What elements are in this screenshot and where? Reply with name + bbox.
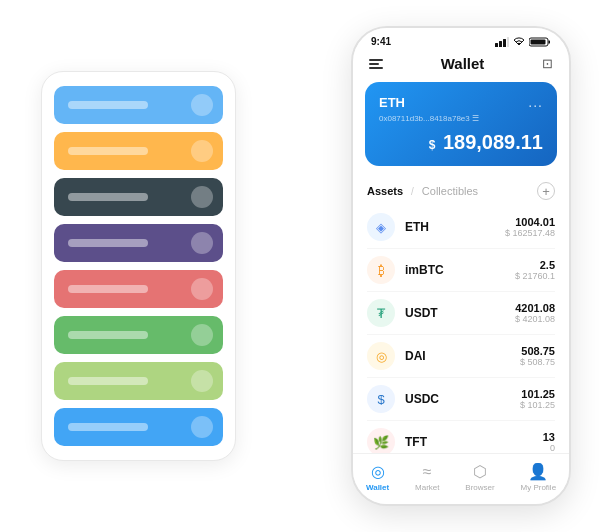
asset-usd-eth: $ 162517.48 (505, 228, 555, 238)
asset-name-dai: DAI (405, 349, 510, 363)
stack-card-text-6 (68, 377, 148, 385)
battery-icon (529, 37, 551, 47)
stack-card-icon-2 (191, 186, 213, 208)
phone-body: ETH ... 0x08711d3b...8418a78e3 ☰ $ 189,0… (353, 82, 569, 453)
eth-balance-symbol: $ (429, 138, 436, 152)
tab-collectibles[interactable]: Collectibles (422, 185, 478, 197)
svg-rect-5 (549, 40, 551, 43)
menu-icon[interactable] (369, 59, 383, 69)
add-asset-button[interactable]: + (537, 182, 555, 200)
stack-card-icon-5 (191, 324, 213, 346)
asset-icon-tft: 🌿 (367, 428, 395, 453)
stack-card-4[interactable] (54, 270, 223, 308)
eth-card[interactable]: ETH ... 0x08711d3b...8418a78e3 ☰ $ 189,0… (365, 82, 557, 166)
stack-card-icon-1 (191, 140, 213, 162)
svg-rect-1 (499, 41, 502, 47)
stack-card-7[interactable] (54, 408, 223, 446)
status-bar: 9:41 (353, 28, 569, 51)
asset-amount-value-eth: 1004.01 (505, 216, 555, 228)
stack-card-text-1 (68, 147, 148, 155)
status-icons (495, 37, 551, 47)
stack-card-1[interactable] (54, 132, 223, 170)
stack-card-5[interactable] (54, 316, 223, 354)
asset-usd-usdt: $ 4201.08 (515, 314, 555, 324)
nav-item-wallet[interactable]: ◎Wallet (366, 462, 389, 492)
tab-separator: / (411, 186, 414, 197)
phone-header: Wallet ⊡ (353, 51, 569, 82)
asset-amounts-tft: 130 (543, 431, 555, 453)
wifi-icon (513, 37, 525, 47)
signal-icon (495, 37, 509, 47)
asset-name-usdt: USDT (405, 306, 505, 320)
nav-label-wallet: Wallet (366, 483, 389, 492)
nav-icon-browser: ⬡ (473, 462, 487, 481)
asset-amounts-imbtc: 2.5$ 21760.1 (515, 259, 555, 281)
stack-card-6[interactable] (54, 362, 223, 400)
stack-card-2[interactable] (54, 178, 223, 216)
stack-card-text-2 (68, 193, 148, 201)
asset-info-usdc: USDC (405, 392, 510, 406)
asset-usd-dai: $ 508.75 (520, 357, 555, 367)
stack-card-0[interactable] (54, 86, 223, 124)
svg-rect-6 (531, 39, 546, 44)
asset-info-eth: ETH (405, 220, 495, 234)
nav-item-market[interactable]: ≈Market (415, 463, 439, 492)
eth-card-header: ETH ... (379, 94, 543, 110)
asset-item-usdt[interactable]: ₮USDT4201.08$ 4201.08 (353, 292, 569, 334)
nav-label-browser: Browser (465, 483, 494, 492)
asset-amounts-dai: 508.75$ 508.75 (520, 345, 555, 367)
stack-card-text-0 (68, 101, 148, 109)
stack-card-text-3 (68, 239, 148, 247)
asset-info-usdt: USDT (405, 306, 505, 320)
asset-item-imbtc[interactable]: ₿imBTC2.5$ 21760.1 (353, 249, 569, 291)
nav-label-my-profile: My Profile (521, 483, 557, 492)
nav-item-browser[interactable]: ⬡Browser (465, 462, 494, 492)
asset-list: ◈ETH1004.01$ 162517.48₿imBTC2.5$ 21760.1… (353, 206, 569, 453)
stack-card-icon-3 (191, 232, 213, 254)
eth-more-dots[interactable]: ... (528, 94, 543, 110)
eth-label: ETH (379, 95, 405, 110)
svg-rect-2 (503, 39, 506, 47)
asset-amount-value-usdt: 4201.08 (515, 302, 555, 314)
asset-usd-tft: 0 (543, 443, 555, 453)
asset-icon-dai: ◎ (367, 342, 395, 370)
asset-name-tft: TFT (405, 435, 533, 449)
stack-card-3[interactable] (54, 224, 223, 262)
nav-icon-wallet: ◎ (371, 462, 385, 481)
time-label: 9:41 (371, 36, 391, 47)
stack-card-text-4 (68, 285, 148, 293)
nav-item-my-profile[interactable]: 👤My Profile (521, 462, 557, 492)
eth-balance: $ 189,089.11 (379, 131, 543, 154)
asset-usd-usdc: $ 101.25 (520, 400, 555, 410)
asset-amounts-eth: 1004.01$ 162517.48 (505, 216, 555, 238)
asset-item-dai[interactable]: ◎DAI508.75$ 508.75 (353, 335, 569, 377)
stack-card-icon-0 (191, 94, 213, 116)
asset-amounts-usdc: 101.25$ 101.25 (520, 388, 555, 410)
asset-name-imbtc: imBTC (405, 263, 505, 277)
asset-item-eth[interactable]: ◈ETH1004.01$ 162517.48 (353, 206, 569, 248)
asset-info-tft: TFT (405, 435, 533, 449)
bottom-nav: ◎Wallet≈Market⬡Browser👤My Profile (353, 453, 569, 504)
nav-label-market: Market (415, 483, 439, 492)
nav-icon-market: ≈ (423, 463, 432, 481)
asset-usd-imbtc: $ 21760.1 (515, 271, 555, 281)
stack-card-icon-6 (191, 370, 213, 392)
tab-assets[interactable]: Assets (367, 185, 403, 197)
asset-item-usdc[interactable]: $USDC101.25$ 101.25 (353, 378, 569, 420)
asset-amount-value-dai: 508.75 (520, 345, 555, 357)
stack-card-icon-4 (191, 278, 213, 300)
asset-name-eth: ETH (405, 220, 495, 234)
asset-name-usdc: USDC (405, 392, 510, 406)
asset-icon-imbtc: ₿ (367, 256, 395, 284)
eth-address: 0x08711d3b...8418a78e3 ☰ (379, 114, 543, 123)
wallet-title: Wallet (441, 55, 485, 72)
stack-card-icon-7 (191, 416, 213, 438)
phone-mockup: 9:41 (351, 26, 571, 506)
expand-icon[interactable]: ⊡ (542, 56, 553, 71)
asset-item-tft[interactable]: 🌿TFT130 (353, 421, 569, 453)
scene: 9:41 (11, 11, 591, 521)
asset-icon-usdt: ₮ (367, 299, 395, 327)
asset-amount-value-usdc: 101.25 (520, 388, 555, 400)
assets-tabs: Assets / Collectibles (367, 185, 478, 197)
asset-info-imbtc: imBTC (405, 263, 505, 277)
